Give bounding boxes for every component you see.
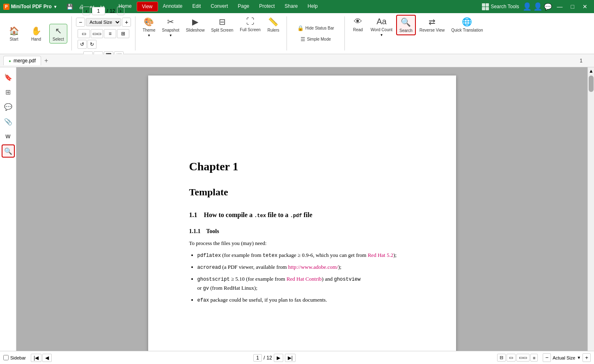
- sidebar-toggle[interactable]: Sidebar: [3, 355, 26, 360]
- sidebar-label[interactable]: Sidebar: [10, 355, 26, 360]
- status-single-view-button[interactable]: ▭: [507, 354, 516, 362]
- scrollbar-thumb[interactable]: [589, 76, 594, 92]
- status-next-page[interactable]: ▶: [274, 354, 283, 362]
- simple-mode-button[interactable]: ☰ Simple Mode: [291, 34, 340, 44]
- slideshow-button[interactable]: ▶ Slideshow: [183, 15, 208, 34]
- scroll-up-button[interactable]: ▲: [588, 67, 594, 75]
- pdf-content-area[interactable]: Chapter 1 Template 1.1 How to compile a …: [16, 67, 587, 351]
- snapshot-label: Snapshot: [162, 28, 179, 32]
- close-button[interactable]: ✕: [579, 2, 591, 11]
- section-title: Template: [189, 184, 415, 200]
- sidebar-attachments[interactable]: 📎: [2, 115, 15, 128]
- toolbar-select-section: ↖ Select: [48, 15, 69, 52]
- acroread-code: acroread: [197, 265, 221, 270]
- hand-icon: ✋: [31, 26, 41, 36]
- search-label: Search: [399, 28, 413, 33]
- ghostscript-code: ghostscript: [197, 277, 230, 282]
- dropdown-arrow[interactable]: ▼: [53, 5, 57, 9]
- ghostview-code: ghostview: [334, 277, 360, 282]
- sidebar-comments[interactable]: 💬: [2, 100, 15, 113]
- status-last-page[interactable]: ▶|: [285, 354, 296, 362]
- search-button[interactable]: 🔍 Search: [396, 15, 416, 35]
- status-two-page-button[interactable]: ▭▭: [516, 354, 530, 362]
- menu-annotate[interactable]: Annotate: [158, 2, 188, 11]
- status-zoom-out[interactable]: −: [543, 353, 551, 362]
- zoom-out-button[interactable]: −: [76, 18, 85, 27]
- zoom-level-select[interactable]: Actual Size Fit Page Fit Width 50% 75% 1…: [86, 18, 121, 26]
- read-label: Read: [353, 27, 363, 32]
- hide-status-bar-icon: 🔒: [297, 25, 304, 31]
- menu-page[interactable]: Page: [233, 2, 254, 11]
- quick-translation-button[interactable]: 🌐 Quick Translation: [448, 15, 486, 34]
- rotate-buttons: ↺ ↻: [78, 40, 129, 49]
- select-label: Select: [53, 37, 64, 41]
- menu-edit[interactable]: Edit: [188, 2, 206, 11]
- rulers-button[interactable]: 📏 Rulers: [264, 15, 282, 34]
- maximize-button[interactable]: □: [568, 2, 578, 11]
- status-zoom-dropdown[interactable]: ▼: [577, 355, 581, 360]
- status-prev-page[interactable]: ◀: [42, 354, 52, 362]
- page-number-input[interactable]: [92, 7, 105, 15]
- status-page-current[interactable]: 1: [253, 354, 262, 362]
- status-scroll-button[interactable]: ≡: [530, 354, 538, 362]
- theme-button[interactable]: 🎨 Theme ▼: [140, 15, 158, 39]
- sidebar-checkbox[interactable]: [3, 355, 9, 360]
- read-button[interactable]: 👁 Read: [349, 15, 367, 34]
- tab-merge-pdf[interactable]: ● merge.pdf: [3, 56, 41, 65]
- status-fit-page-button[interactable]: ⊟: [497, 354, 506, 362]
- zoom-in-button[interactable]: +: [122, 18, 131, 27]
- status-view-buttons: ⊟ ▭ ▭▭ ≡: [497, 354, 538, 362]
- sidebar-search[interactable]: 🔍: [2, 144, 15, 158]
- menu-share[interactable]: Share: [280, 2, 303, 11]
- quick-translation-label: Quick Translation: [451, 28, 483, 32]
- status-nav-buttons: |◀ ◀: [31, 354, 52, 362]
- single-page-button[interactable]: ▭: [78, 29, 90, 38]
- reverse-view-button[interactable]: ⇄ Reverse View: [417, 15, 448, 34]
- menu-view[interactable]: View: [137, 2, 158, 11]
- minimize-button[interactable]: —: [554, 2, 566, 11]
- search-tools-label: Search Tools: [491, 4, 519, 9]
- rotate-left-button[interactable]: ↺: [78, 40, 87, 49]
- status-zoom-in[interactable]: +: [583, 353, 591, 362]
- snapshot-button[interactable]: ✂ Snapshot ▼: [159, 15, 182, 39]
- pdf-code: .pdf: [290, 213, 302, 219]
- status-first-page[interactable]: |◀: [31, 354, 41, 362]
- start-button[interactable]: 🏠 Start: [5, 24, 23, 43]
- redhat-52-link[interactable]: Red Hat 5.2: [368, 252, 393, 258]
- tab-bar: ● merge.pdf + 1: [0, 54, 594, 67]
- sidebar-pages[interactable]: ⊞: [2, 85, 15, 98]
- scroll-button[interactable]: ≡: [104, 29, 116, 38]
- word-count-button[interactable]: Aa Word Count ▼: [368, 15, 395, 39]
- snapshot-dropdown-arrow: ▼: [169, 34, 172, 37]
- split-screen-button[interactable]: ⊟ Split Screen: [208, 15, 236, 34]
- vertical-scrollbar[interactable]: ▲: [587, 67, 594, 351]
- save-button[interactable]: 💾: [64, 2, 76, 11]
- chat-icon[interactable]: 💬: [544, 3, 552, 11]
- page-separator: /: [107, 8, 108, 14]
- sidebar-word[interactable]: W: [2, 130, 15, 143]
- grid-button[interactable]: ⊞: [117, 29, 129, 38]
- toolbar-status-section: 🔒 Hide Status Bar ☰ Simple Mode: [289, 15, 342, 52]
- page-prev-button[interactable]: ‹: [83, 7, 90, 15]
- user-profile[interactable]: 👤: [533, 2, 542, 11]
- add-tab-button[interactable]: +: [41, 55, 51, 66]
- full-screen-button[interactable]: ⛶ Full Screen: [237, 15, 264, 34]
- rotate-right-button[interactable]: ↻: [87, 40, 96, 49]
- menu-convert[interactable]: Convert: [206, 2, 233, 11]
- tab-status-dot: ●: [9, 59, 11, 63]
- divider-3: [287, 16, 287, 50]
- select-button[interactable]: ↖ Select: [49, 24, 67, 43]
- two-page-button[interactable]: ▭▭: [91, 29, 103, 38]
- simple-mode-label: Simple Mode: [307, 37, 331, 41]
- sidebar-bookmark[interactable]: 🔖: [2, 71, 15, 84]
- hide-status-bar-button[interactable]: 🔒 Hide Status Bar: [291, 23, 340, 33]
- page-next-button[interactable]: ›: [117, 7, 124, 15]
- user-avatar[interactable]: 👤: [523, 2, 532, 11]
- hand-button[interactable]: ✋ Hand: [27, 24, 45, 43]
- search-icon: 🔍: [401, 17, 411, 27]
- menu-protect[interactable]: Protect: [254, 2, 280, 11]
- menu-help[interactable]: Help: [303, 2, 323, 11]
- rulers-label: Rulers: [267, 28, 279, 32]
- redhat-contrib-link[interactable]: Red Hat Contrib: [287, 276, 322, 282]
- adobe-link[interactable]: http://www.adobe.com/: [288, 264, 338, 270]
